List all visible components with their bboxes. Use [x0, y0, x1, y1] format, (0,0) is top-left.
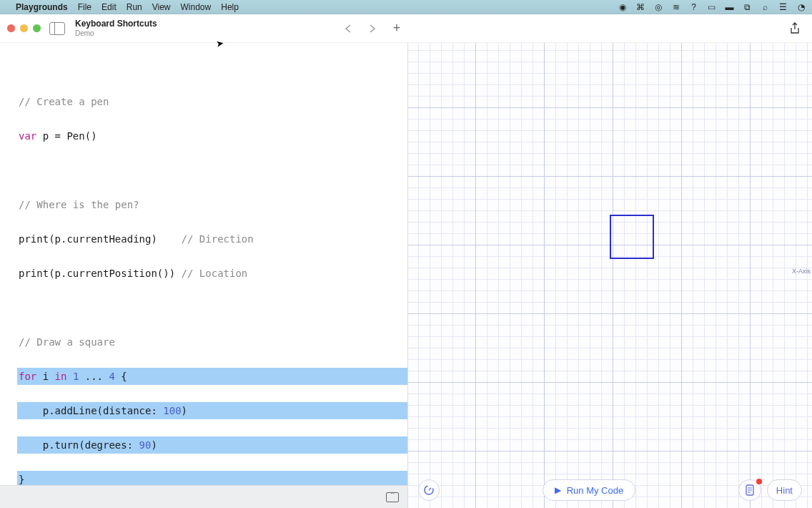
code-number: 4: [109, 371, 114, 382]
code-text: ...: [79, 371, 109, 382]
next-page-button[interactable]: [367, 24, 377, 34]
code-text: {: [115, 371, 127, 382]
menubar-status: ◉ ⌘ ◎ ≋ ? ▭ ▬ ⧉ ⌕ ☰ ◔: [617, 1, 806, 12]
drawn-square-shape: [610, 215, 654, 259]
code-comment: // Location: [182, 268, 248, 279]
x-axis-label: X-Axis: [792, 268, 811, 275]
sidebar-toggle-button[interactable]: [49, 22, 65, 35]
page-subtitle: Demo: [75, 29, 157, 37]
wifi-icon[interactable]: ⧉: [742, 1, 753, 12]
code-keyword: var: [19, 130, 36, 142]
live-controls: ▶ Run My Code Hint: [408, 472, 812, 508]
clock-icon[interactable]: ◔: [796, 1, 806, 12]
status-icon-6[interactable]: ▭: [706, 1, 717, 12]
status-icon-2[interactable]: ⌘: [635, 1, 645, 12]
close-window-button[interactable]: [7, 24, 15, 32]
control-center-icon[interactable]: ☰: [778, 1, 788, 12]
code-editor-pane: // Create a pen var p = Pen() // Where i…: [0, 43, 407, 508]
add-page-button[interactable]: +: [392, 24, 402, 34]
svg-line-1: [429, 488, 431, 490]
selected-line: p.addLine(distance: 100): [17, 402, 407, 419]
code-keyword: in: [55, 371, 67, 382]
code-text: print(p.currentPosition()): [19, 268, 182, 279]
code-text: p.turn(degrees:: [19, 439, 139, 451]
window-toolbar: Keyboard Shortcuts Demo +: [0, 14, 812, 43]
selected-line: p.turn(degrees: 90): [17, 436, 407, 454]
run-label: Run My Code: [567, 485, 623, 496]
window-title-block: Keyboard Shortcuts Demo: [75, 19, 157, 36]
code-text: print(p.currentHeading): [19, 233, 182, 245]
code-text: p.addLine(distance:: [19, 405, 163, 416]
page-title: Keyboard Shortcuts: [75, 19, 157, 29]
code-text: ): [151, 439, 157, 451]
code-text: [66, 371, 72, 382]
app-menu-playgrounds[interactable]: Playgrounds: [16, 2, 68, 12]
notification-dot-icon: [756, 479, 762, 484]
macos-menubar: Playgrounds File Edit Run View Window He…: [0, 0, 812, 14]
speed-button[interactable]: [418, 479, 440, 501]
zoom-window-button[interactable]: [33, 24, 41, 32]
page-nav: +: [343, 24, 402, 34]
code-text: i: [36, 371, 54, 382]
menu-help[interactable]: Help: [221, 2, 239, 12]
code-comment: // Where is the pen?: [19, 199, 139, 210]
code-text: }: [19, 474, 24, 485]
status-icon-5[interactable]: ?: [688, 1, 699, 12]
live-view-pane: X-Axis ▶ Run My Code Hint: [407, 43, 812, 508]
hints-list-button[interactable]: [738, 479, 761, 501]
keyboard-shortcut-button[interactable]: [386, 492, 399, 502]
play-icon: ▶: [555, 485, 561, 495]
code-number: 100: [163, 405, 181, 416]
status-icon-3[interactable]: ◎: [653, 1, 663, 12]
menu-edit[interactable]: Edit: [102, 2, 117, 12]
code-number: 90: [139, 439, 152, 451]
code-comment: // Create a pen: [19, 96, 109, 107]
share-button[interactable]: [789, 22, 802, 35]
minimize-window-button[interactable]: [20, 24, 28, 32]
code-keyword: for: [19, 371, 36, 382]
code-comment: // Draw a square: [19, 336, 115, 348]
code-text: p = Pen(): [36, 130, 96, 142]
status-icon-1[interactable]: ◉: [617, 1, 628, 12]
hint-button[interactable]: Hint: [767, 479, 802, 501]
code-text: ): [182, 405, 187, 416]
prev-page-button[interactable]: [343, 24, 353, 34]
menubar-left: Playgrounds File Edit Run View Window He…: [6, 2, 239, 12]
menu-run[interactable]: Run: [127, 2, 142, 12]
menu-view[interactable]: View: [152, 2, 171, 12]
code-comment: // Direction: [182, 233, 254, 245]
code-editor[interactable]: // Create a pen var p = Pen() // Where i…: [0, 43, 407, 485]
battery-icon[interactable]: ▬: [724, 1, 735, 12]
status-icon-4[interactable]: ≋: [670, 1, 681, 12]
selected-line: for i in 1 ... 4 {: [17, 368, 407, 385]
traffic-lights: [7, 24, 41, 32]
canvas-grid[interactable]: [408, 43, 812, 508]
menu-window[interactable]: Window: [181, 2, 212, 12]
playgrounds-window: ➤ Keyboard Shortcuts Demo +: [0, 14, 812, 508]
shortcut-bar: [0, 485, 407, 508]
run-my-code-button[interactable]: ▶ Run My Code: [543, 479, 635, 501]
main-split: // Create a pen var p = Pen() // Where i…: [0, 43, 812, 508]
menu-file[interactable]: File: [78, 2, 91, 12]
spotlight-icon[interactable]: ⌕: [760, 1, 771, 12]
selected-line: }: [17, 471, 407, 485]
hint-label: Hint: [776, 485, 793, 496]
